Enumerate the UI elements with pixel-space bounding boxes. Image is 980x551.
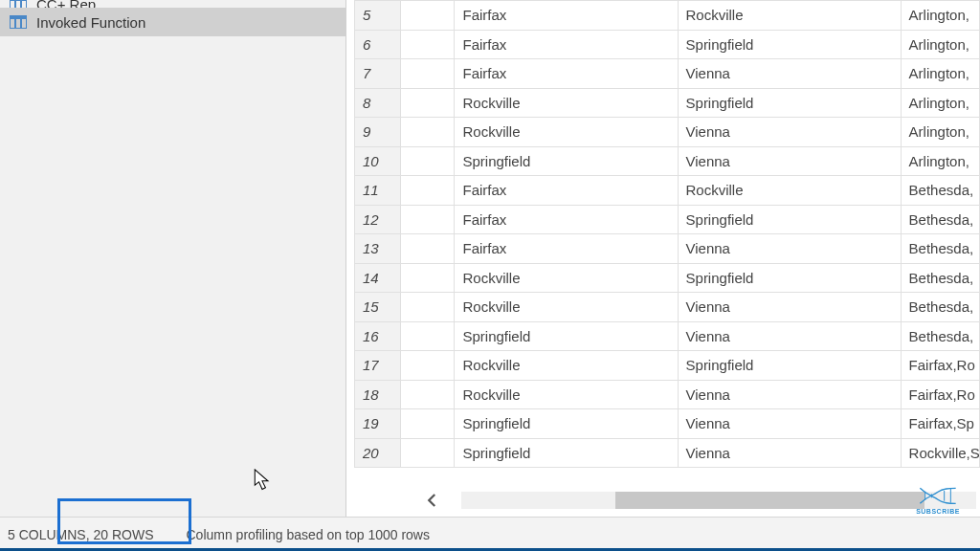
row-index-cell[interactable]: 9 <box>355 118 401 147</box>
cell[interactable]: Vienna <box>678 146 901 176</box>
cell[interactable]: Fairfax <box>455 59 678 89</box>
cell[interactable]: Springfield <box>455 409 678 439</box>
table-row[interactable]: 20SpringfieldViennaRockville,S <box>355 438 980 468</box>
row-index-cell[interactable]: 8 <box>355 88 401 118</box>
row-index-cell[interactable]: 12 <box>355 205 401 234</box>
table-row[interactable]: 13FairfaxViennaBethesda, <box>355 234 980 264</box>
cell[interactable]: Rockville <box>455 263 678 293</box>
cell[interactable]: Arlington, <box>901 30 979 59</box>
cell[interactable]: Rockville <box>678 176 901 206</box>
cell[interactable]: Springfield <box>455 438 678 468</box>
cell[interactable]: Rockville <box>455 88 678 118</box>
row-index-cell[interactable]: 13 <box>355 234 401 264</box>
cell-spacer[interactable] <box>401 234 455 264</box>
row-index-cell[interactable]: 19 <box>355 409 401 439</box>
cell-spacer[interactable] <box>401 59 455 89</box>
table-row[interactable]: 9RockvilleViennaArlington, <box>355 118 980 147</box>
cell[interactable]: Bethesda, <box>901 321 979 351</box>
cell-spacer[interactable] <box>401 351 455 381</box>
row-index-cell[interactable]: 16 <box>355 321 401 351</box>
table-row[interactable]: 17RockvilleSpringfieldFairfax,Ro <box>355 351 980 381</box>
cell[interactable]: Rockville,S <box>901 438 979 468</box>
cell[interactable]: Arlington, <box>901 146 979 176</box>
cell-spacer[interactable] <box>401 263 455 293</box>
cell[interactable]: Arlington, <box>901 59 979 89</box>
cell[interactable]: Arlington, <box>901 118 979 147</box>
cell[interactable]: Fairfax <box>455 1 678 31</box>
row-index-cell[interactable]: 11 <box>355 176 401 206</box>
cell-spacer[interactable] <box>401 321 455 351</box>
step-back-button[interactable] <box>404 489 461 512</box>
table-row[interactable]: 18RockvilleViennaFairfax,Ro <box>355 380 980 409</box>
table-row[interactable]: 5FairfaxRockvilleArlington, <box>355 1 980 31</box>
cell[interactable]: Bethesda, <box>901 205 979 234</box>
cell[interactable]: Rockville <box>678 1 901 31</box>
table-row[interactable]: 11FairfaxRockvilleBethesda, <box>355 176 980 206</box>
table-row[interactable]: 6FairfaxSpringfieldArlington, <box>355 30 980 59</box>
table-row[interactable]: 10SpringfieldViennaArlington, <box>355 146 980 176</box>
cell-spacer[interactable] <box>401 1 455 31</box>
cell-spacer[interactable] <box>401 293 455 322</box>
cell[interactable]: Springfield <box>455 321 678 351</box>
sidebar-item-invoked-function[interactable]: Invoked Function <box>0 8 345 36</box>
row-index-cell[interactable]: 7 <box>355 59 401 89</box>
cell-spacer[interactable] <box>401 438 455 468</box>
table-row[interactable]: 15RockvilleViennaBethesda, <box>355 293 980 322</box>
cell[interactable]: Fairfax <box>455 205 678 234</box>
cell[interactable]: Springfield <box>678 88 901 118</box>
cell[interactable]: Rockville <box>455 380 678 409</box>
cell-spacer[interactable] <box>401 146 455 176</box>
cell[interactable]: Springfield <box>678 351 901 381</box>
cell[interactable]: Fairfax,Ro <box>901 380 979 409</box>
row-index-cell[interactable]: 15 <box>355 293 401 322</box>
cell[interactable]: Vienna <box>678 59 901 89</box>
row-index-cell[interactable]: 20 <box>355 438 401 468</box>
row-index-cell[interactable]: 5 <box>355 1 401 31</box>
cell[interactable]: Springfield <box>678 205 901 234</box>
cell[interactable]: Springfield <box>678 263 901 293</box>
cell[interactable]: Fairfax <box>455 176 678 206</box>
cell[interactable]: Fairfax,Sp <box>901 409 979 439</box>
cell[interactable]: Vienna <box>678 234 901 264</box>
cell[interactable]: Bethesda, <box>901 176 979 206</box>
cell[interactable]: Rockville <box>455 293 678 322</box>
cell[interactable]: Arlington, <box>901 1 979 31</box>
cell-spacer[interactable] <box>401 176 455 206</box>
cell-spacer[interactable] <box>401 409 455 439</box>
table-row[interactable]: 19SpringfieldViennaFairfax,Sp <box>355 409 980 439</box>
horizontal-scrollbar[interactable] <box>461 492 976 509</box>
cell[interactable]: Springfield <box>455 146 678 176</box>
table-row[interactable]: 8RockvilleSpringfieldArlington, <box>355 88 980 118</box>
row-index-cell[interactable]: 14 <box>355 263 401 293</box>
cell-spacer[interactable] <box>401 118 455 147</box>
table-row[interactable]: 16SpringfieldViennaBethesda, <box>355 321 980 351</box>
cell[interactable]: Vienna <box>678 409 901 439</box>
cell[interactable]: Bethesda, <box>901 234 979 264</box>
cell[interactable]: Fairfax <box>455 30 678 59</box>
cell-spacer[interactable] <box>401 88 455 118</box>
cell[interactable]: Vienna <box>678 293 901 322</box>
table-row[interactable]: 7FairfaxViennaArlington, <box>355 59 980 89</box>
cell[interactable]: Arlington, <box>901 88 979 118</box>
horizontal-scrollbar-thumb[interactable] <box>615 492 924 509</box>
cell-spacer[interactable] <box>401 380 455 409</box>
cell[interactable]: Springfield <box>678 30 901 59</box>
cell[interactable]: Fairfax,Ro <box>901 351 979 381</box>
cell[interactable]: Rockville <box>455 351 678 381</box>
row-index-cell[interactable]: 18 <box>355 380 401 409</box>
cell[interactable]: Vienna <box>678 438 901 468</box>
cell-spacer[interactable] <box>401 205 455 234</box>
table-row[interactable]: 12FairfaxSpringfieldBethesda, <box>355 205 980 234</box>
cell[interactable]: Bethesda, <box>901 293 979 322</box>
cell-spacer[interactable] <box>401 30 455 59</box>
cell[interactable]: Fairfax <box>455 234 678 264</box>
cell[interactable]: Vienna <box>678 380 901 409</box>
sidebar-item-prev-query[interactable]: CC+ Rep <box>0 0 345 8</box>
cell[interactable]: Vienna <box>678 118 901 147</box>
grid-wrap[interactable]: 5FairfaxRockvilleArlington,6FairfaxSprin… <box>354 0 980 483</box>
cell[interactable]: Bethesda, <box>901 263 979 293</box>
table-row[interactable]: 14RockvilleSpringfieldBethesda, <box>355 263 980 293</box>
cell[interactable]: Vienna <box>678 321 901 351</box>
row-index-cell[interactable]: 17 <box>355 351 401 381</box>
row-index-cell[interactable]: 10 <box>355 146 401 176</box>
